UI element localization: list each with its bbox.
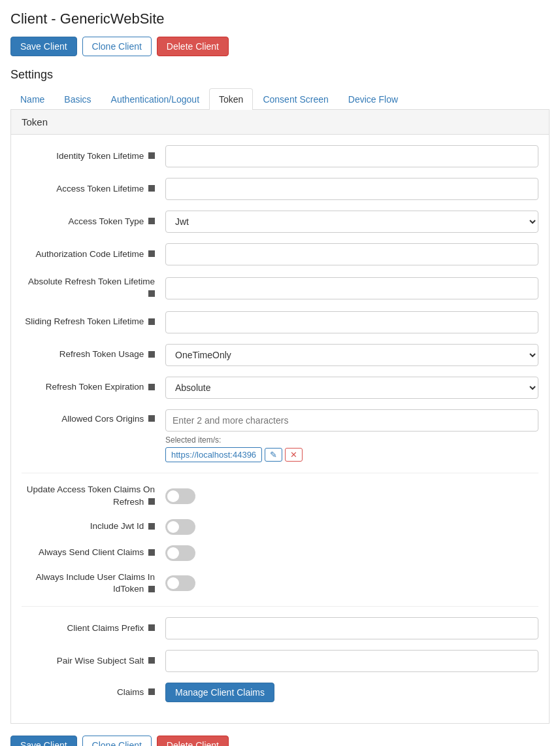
refresh-token-expiration-row: Refresh Token Expiration Absolute Slidin… (22, 377, 538, 399)
access-token-lifetime-label: Access Token Lifetime (22, 183, 165, 195)
absolute-refresh-token-lifetime-input[interactable]: 2592000 (165, 277, 538, 299)
always-send-client-claims-row: Always Send Client Claims (22, 545, 538, 561)
always-include-user-claims-info-icon (148, 586, 155, 592)
bottom-button-group: Save Client Clone Client Delete Client (10, 736, 550, 746)
claims-row: Claims Manage Client Claims (22, 683, 538, 702)
refresh-token-usage-row: Refresh Token Usage OneTimeOnly ReUse (22, 344, 538, 366)
identity-token-lifetime-label: Identity Token Lifetime (22, 150, 165, 163)
always-send-client-claims-toggle[interactable] (165, 545, 195, 561)
pair-wise-subject-salt-info-icon (148, 657, 155, 664)
refresh-token-expiration-select[interactable]: Absolute Sliding (165, 377, 538, 399)
always-send-client-claims-slider (165, 545, 195, 561)
absolute-refresh-token-lifetime-info-icon (148, 290, 155, 297)
client-claims-prefix-label: Client Claims Prefix (22, 622, 165, 635)
manage-client-claims-button[interactable]: Manage Client Claims (165, 683, 274, 702)
client-claims-prefix-row: Client Claims Prefix client_ (22, 617, 538, 639)
include-jwt-id-slider (165, 519, 195, 535)
authorization-code-lifetime-row: Authorization Code Lifetime 300 (22, 243, 538, 265)
refresh-token-usage-info-icon (148, 351, 155, 358)
cors-selected-item: https://localhost:44396 ✎ ✕ (165, 447, 303, 462)
update-access-token-claims-label: Update Access Token Claims On Refresh (22, 484, 165, 509)
tab-consent[interactable]: Consent Screen (253, 88, 338, 110)
refresh-token-expiration-label: Refresh Token Expiration (22, 381, 165, 394)
update-access-token-claims-row: Update Access Token Claims On Refresh (22, 484, 538, 509)
update-access-token-claims-toggle[interactable] (165, 488, 195, 504)
always-send-client-claims-label: Always Send Client Claims (22, 547, 165, 559)
settings-title: Settings (10, 68, 550, 82)
page-title: Client - GenericWebSite (10, 10, 550, 27)
include-jwt-id-label: Include Jwt Id (22, 520, 165, 533)
client-claims-prefix-input[interactable]: client_ (165, 617, 538, 639)
access-token-lifetime-input[interactable]: 3600 (165, 178, 538, 200)
cors-item-text: https://localhost:44396 (165, 447, 262, 462)
save-client-button-top[interactable]: Save Client (10, 37, 77, 56)
access-token-lifetime-info-icon (148, 185, 155, 192)
always-include-user-claims-slider (165, 575, 195, 591)
refresh-token-expiration-info-icon (148, 384, 155, 390)
include-jwt-id-toggle[interactable] (165, 519, 195, 535)
tab-name[interactable]: Name (10, 88, 54, 110)
client-claims-prefix-info-icon (148, 624, 155, 631)
always-include-user-claims-row: Always Include User Claims In IdToken (22, 571, 538, 596)
refresh-token-usage-label: Refresh Token Usage (22, 348, 165, 361)
pair-wise-subject-salt-input[interactable] (165, 650, 538, 672)
cors-item-remove-button[interactable]: ✕ (285, 448, 303, 462)
tab-bar: Name Basics Authentication/Logout Token … (10, 88, 550, 110)
update-access-token-claims-slider (165, 488, 195, 504)
include-jwt-id-toggle-container (165, 519, 195, 535)
clone-client-button-top[interactable]: Clone Client (82, 37, 152, 56)
sliding-refresh-token-lifetime-input[interactable]: 1296000 (165, 311, 538, 333)
access-token-lifetime-row: Access Token Lifetime 3600 (22, 178, 538, 200)
pair-wise-subject-salt-row: Pair Wise Subject Salt (22, 650, 538, 672)
clone-client-button-bottom[interactable]: Clone Client (82, 736, 152, 746)
absolute-refresh-token-lifetime-row: Absolute Refresh Token Lifetime 2592000 (22, 276, 538, 301)
identity-token-lifetime-info-icon (148, 152, 155, 159)
delete-client-button-top[interactable]: Delete Client (157, 37, 229, 56)
delete-client-button-bottom[interactable]: Delete Client (157, 736, 229, 746)
tab-device-flow[interactable]: Device Flow (338, 88, 408, 110)
access-token-type-label: Access Token Type (22, 216, 165, 228)
authorization-code-lifetime-info-icon (148, 250, 155, 257)
always-include-user-claims-toggle[interactable] (165, 575, 195, 591)
always-include-user-claims-toggle-container (165, 575, 195, 591)
sliding-refresh-token-lifetime-info-icon (148, 318, 155, 325)
always-send-client-claims-info-icon (148, 549, 155, 556)
cors-item-edit-button[interactable]: ✎ (265, 448, 282, 462)
authorization-code-lifetime-label: Authorization Code Lifetime (22, 248, 165, 261)
cors-selected-label: Selected item/s: (165, 435, 538, 445)
cors-search-input[interactable] (165, 409, 538, 432)
update-access-token-claims-info-icon (148, 498, 155, 505)
access-token-type-row: Access Token Type Jwt Reference (22, 211, 538, 233)
allowed-cors-origins-row: Allowed Cors Origins Selected item/s: ht… (22, 409, 538, 462)
divider-2 (22, 606, 538, 607)
allowed-cors-origins-label: Allowed Cors Origins (22, 409, 165, 426)
save-client-button-bottom[interactable]: Save Client (10, 736, 77, 746)
cors-container: Selected item/s: https://localhost:44396… (165, 409, 538, 462)
authorization-code-lifetime-input[interactable]: 300 (165, 243, 538, 265)
always-send-client-claims-toggle-container (165, 545, 195, 561)
tab-basics[interactable]: Basics (54, 88, 101, 110)
top-button-group: Save Client Clone Client Delete Client (10, 37, 550, 56)
absolute-refresh-token-lifetime-label: Absolute Refresh Token Lifetime (22, 276, 165, 301)
cors-selected-items: https://localhost:44396 ✎ ✕ (165, 447, 538, 462)
claims-label: Claims (22, 687, 165, 699)
sliding-refresh-token-lifetime-label: Sliding Refresh Token Lifetime (22, 316, 165, 328)
panel-body: Identity Token Lifetime 300 Access Token… (11, 135, 549, 723)
pair-wise-subject-salt-label: Pair Wise Subject Salt (22, 655, 165, 668)
identity-token-lifetime-row: Identity Token Lifetime 300 (22, 145, 538, 167)
identity-token-lifetime-input[interactable]: 300 (165, 145, 538, 167)
divider-1 (22, 473, 538, 473)
always-include-user-claims-label: Always Include User Claims In IdToken (22, 571, 165, 596)
allowed-cors-origins-info-icon (148, 415, 155, 422)
access-token-type-select[interactable]: Jwt Reference (165, 211, 538, 233)
refresh-token-usage-select[interactable]: OneTimeOnly ReUse (165, 344, 538, 366)
claims-info-icon (148, 688, 155, 695)
include-jwt-id-info-icon (148, 523, 155, 530)
token-panel: Token Identity Token Lifetime 300 Access… (10, 110, 550, 724)
sliding-refresh-token-lifetime-row: Sliding Refresh Token Lifetime 1296000 (22, 311, 538, 333)
tab-token[interactable]: Token (209, 88, 253, 110)
update-access-token-claims-toggle-container (165, 488, 195, 504)
panel-header: Token (11, 110, 549, 135)
tab-auth[interactable]: Authentication/Logout (101, 88, 209, 110)
include-jwt-id-row: Include Jwt Id (22, 519, 538, 535)
